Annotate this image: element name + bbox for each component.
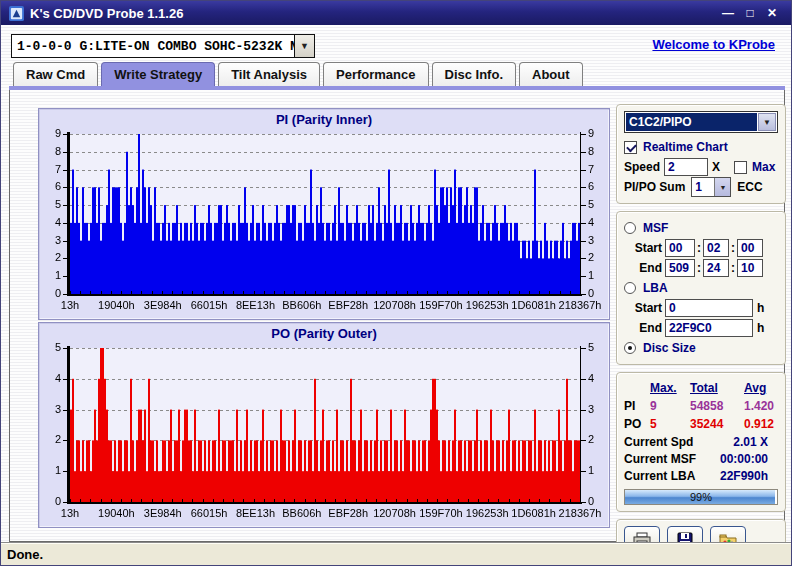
current-spd-value: 2.01 X: [710, 435, 778, 449]
range-group: MSF Start : : End :: [616, 211, 786, 365]
speed-input[interactable]: [664, 158, 708, 176]
tab-write-strategy[interactable]: Write Strategy: [101, 62, 215, 86]
tab-raw-cmd[interactable]: Raw Cmd: [13, 62, 98, 86]
tab-performance[interactable]: Performance: [323, 62, 428, 86]
stats-header-total: Total: [690, 381, 744, 395]
pi-chart-panel: PI (Parity Inner): [38, 108, 610, 320]
status-bar: Done.: [1, 542, 791, 565]
app-icon: [9, 6, 24, 21]
msf-sep: :: [697, 261, 701, 275]
minimize-icon[interactable]: —: [717, 6, 739, 20]
msf-end-min[interactable]: [665, 259, 695, 277]
welcome-link[interactable]: Welcome to KProbe: [652, 37, 775, 52]
pipo-sum-label: PI/PO Sum: [624, 180, 685, 194]
status-text: Done.: [7, 547, 43, 562]
msf-start-label: Start: [624, 241, 662, 255]
po-chart: [44, 342, 604, 522]
pi-row-label: PI: [624, 399, 650, 413]
app-window: K's CD/DVD Probe 1.1.26 — □ ✕ 1-0-0-0 G:…: [0, 0, 792, 566]
control-panel: C1C2/PIPO ▼ Realtime Chart Speed X Max: [616, 104, 786, 566]
tab-about[interactable]: About: [519, 62, 583, 86]
stats-header-avg: Avg: [744, 381, 778, 395]
msf-sep: :: [731, 241, 735, 255]
po-max: 5: [650, 417, 690, 431]
lba-radio[interactable]: [624, 282, 636, 294]
max-checkbox[interactable]: [734, 161, 747, 174]
tab-disc-info[interactable]: Disc Info.: [432, 62, 517, 86]
maximize-icon[interactable]: □: [739, 6, 761, 20]
drive-selector-value: 1-0-0-0 G:LITE-ON COMBO SOHC-5232K NK06: [12, 35, 294, 57]
realtime-chart-label: Realtime Chart: [643, 140, 728, 154]
speed-label: Speed: [624, 160, 660, 174]
max-label: Max: [752, 160, 775, 174]
lba-start-input[interactable]: [665, 299, 753, 317]
msf-sep: :: [731, 261, 735, 275]
pipo-sum-select[interactable]: 1 ▼: [691, 177, 731, 197]
chevron-down-icon[interactable]: ▼: [758, 113, 776, 131]
tab-tilt-analysis[interactable]: Tilt Analysis: [218, 62, 320, 86]
current-spd-label: Current Spd: [624, 435, 710, 449]
msf-start-sec[interactable]: [703, 239, 729, 257]
disc-size-label: Disc Size: [643, 341, 696, 355]
close-icon[interactable]: ✕: [761, 6, 783, 20]
pi-total: 54858: [690, 399, 744, 413]
mode-select-value: C1C2/PIPO: [626, 113, 757, 131]
msf-end-frame[interactable]: [737, 259, 763, 277]
msf-radio[interactable]: [624, 222, 636, 234]
pi-chart: [44, 128, 604, 314]
tab-bar: Raw Cmd Write Strategy Tilt Analysis Per…: [13, 62, 583, 86]
disc-size-radio[interactable]: [624, 342, 636, 354]
po-total: 35244: [690, 417, 744, 431]
po-avg: 0.912: [744, 417, 778, 431]
pipo-sum-value: 1: [692, 178, 714, 196]
title-bar: K's CD/DVD Probe 1.1.26 — □ ✕: [1, 1, 791, 25]
po-chart-title: PO (Parity Outer): [39, 323, 609, 342]
mode-select[interactable]: C1C2/PIPO ▼: [624, 111, 778, 133]
pi-max: 9: [650, 399, 690, 413]
progress-percent: 99%: [625, 491, 777, 503]
po-row-label: PO: [624, 417, 650, 431]
realtime-chart-checkbox[interactable]: [624, 141, 637, 154]
current-lba-value: 22F990h: [710, 469, 778, 483]
msf-end-label: End: [624, 261, 662, 275]
msf-end-sec[interactable]: [703, 259, 729, 277]
po-chart-panel: PO (Parity Outer): [38, 322, 610, 528]
lba-end-input[interactable]: [665, 319, 753, 337]
stats-header-max: Max.: [650, 381, 690, 395]
stats-group: Max. Total Avg PI 9 54858 1.420 PO 5 352…: [616, 372, 786, 512]
msf-sep: :: [697, 241, 701, 255]
chevron-down-icon[interactable]: ▼: [294, 35, 314, 57]
lba-label: LBA: [643, 281, 668, 295]
tab-content: PI (Parity Inner) PO (Parity Outer) C1C2…: [9, 90, 785, 542]
window-title: K's CD/DVD Probe 1.1.26: [30, 6, 717, 21]
progress-bar: 99%: [624, 489, 778, 505]
current-msf-label: Current MSF: [624, 452, 710, 466]
lba-end-label: End: [624, 321, 662, 335]
drive-selector[interactable]: 1-0-0-0 G:LITE-ON COMBO SOHC-5232K NK06 …: [11, 34, 315, 58]
pi-chart-title: PI (Parity Inner): [39, 109, 609, 128]
lba-end-unit: h: [757, 321, 764, 335]
pipo-sum-unit: ECC: [737, 180, 762, 194]
lba-start-unit: h: [757, 301, 764, 315]
scan-mode-group: C1C2/PIPO ▼ Realtime Chart Speed X Max: [616, 104, 786, 204]
pi-avg: 1.420: [744, 399, 778, 413]
current-lba-label: Current LBA: [624, 469, 710, 483]
lba-start-label: Start: [624, 301, 662, 315]
speed-unit: X: [712, 160, 720, 174]
current-msf-value: 00:00:00: [710, 452, 778, 466]
window-body: 1-0-0-0 G:LITE-ON COMBO SOHC-5232K NK06 …: [1, 25, 791, 565]
msf-label: MSF: [643, 221, 668, 235]
chevron-down-icon[interactable]: ▼: [714, 178, 730, 196]
msf-start-min[interactable]: [665, 239, 695, 257]
msf-start-frame[interactable]: [737, 239, 763, 257]
